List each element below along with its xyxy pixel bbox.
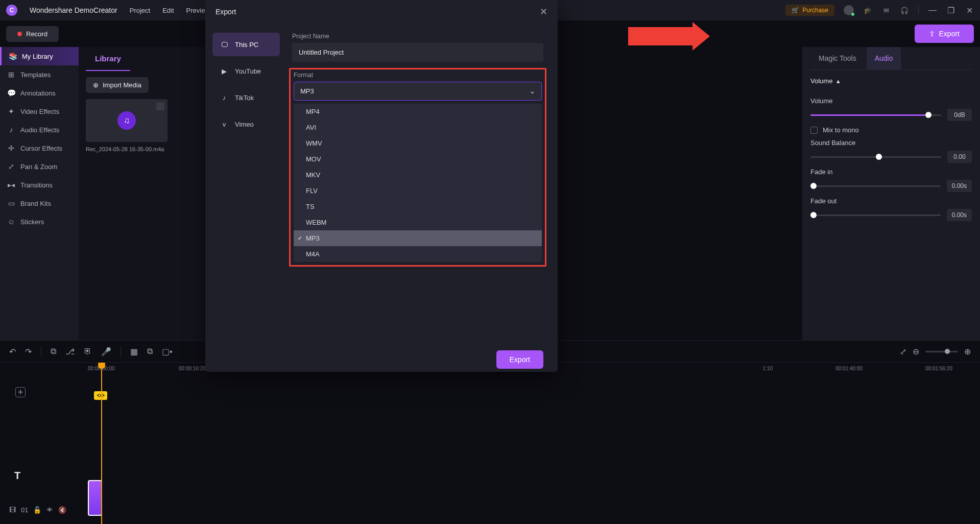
sidebar-item-video-effects[interactable]: ✦Video Effects (0, 102, 79, 121)
screen-record-icon[interactable]: ▢• (162, 347, 173, 356)
dest-label: This PC (235, 41, 258, 49)
zoom-out-icon[interactable]: ⊖ (913, 347, 919, 356)
volume-value[interactable]: 0dB (947, 109, 972, 121)
fit-icon[interactable]: ⤢ (900, 347, 906, 356)
ruler-tick: 00:00:16:20 (179, 366, 206, 371)
sidebar-item-label: Transitions (20, 181, 53, 189)
library-tab[interactable]: Library (86, 47, 130, 71)
sidebar-item-label: Annotations (20, 89, 56, 97)
eye-icon[interactable]: 👁 (46, 506, 53, 514)
sidebar-item-cursor-effects[interactable]: ✢Cursor Effects (0, 139, 79, 157)
mic-icon[interactable]: 🎤 (101, 347, 111, 356)
volume-slider[interactable] (810, 114, 941, 116)
sidebar-item-annotations[interactable]: 💬Annotations (0, 84, 79, 102)
mail-icon[interactable]: ✉ (881, 6, 891, 15)
app-name: Wondershare DemoCreator (30, 6, 117, 14)
avatar[interactable] (844, 5, 854, 15)
sidebar-item-audio-effects[interactable]: ♪Audio Effects (0, 121, 79, 139)
marker-label-icon[interactable]: ⟲⟳ (94, 391, 107, 400)
group-icon[interactable]: ⧉ (147, 347, 153, 356)
format-option-ts[interactable]: TS (294, 199, 542, 215)
format-option-mkv[interactable]: MKV (294, 167, 542, 183)
mute-icon[interactable]: 🔇 (58, 506, 66, 514)
crop-icon[interactable]: ⧉ (51, 347, 56, 356)
redo-icon[interactable]: ↷ (25, 347, 32, 356)
sidebar-item-pan-zoom[interactable]: ⤢Pan & Zoom (0, 157, 79, 176)
sound-balance-slider[interactable] (810, 156, 941, 158)
annotation-highlight: Format MP3 ⌄ MP4 AVI WMV MOV MKV FLV TS … (289, 68, 546, 267)
format-option-m4a[interactable]: M4A (294, 246, 542, 262)
youtube-icon: ▶ (220, 66, 229, 76)
dest-label: Vimeo (235, 121, 254, 128)
format-option-wmv[interactable]: WMV (294, 135, 542, 151)
dest-tiktok[interactable]: ♪TikTok (212, 86, 280, 109)
library-icon: 📚 (9, 52, 17, 60)
check-icon: ✓ (298, 235, 302, 242)
export-button-main[interactable]: ⇪ Export (915, 25, 974, 43)
format-option-mov[interactable]: MOV (294, 151, 542, 167)
zoom-in-icon[interactable]: ⊕ (964, 347, 971, 356)
timeline-body[interactable]: 00:00:00:00 00:00:16:20 1:10 00:01:40:00… (0, 363, 980, 524)
brand-kits-icon: ▭ (7, 199, 15, 207)
sidebar-item-brand-kits[interactable]: ▭Brand Kits (0, 194, 79, 212)
sidebar-item-templates[interactable]: ⊞Templates (0, 65, 79, 84)
clip-thumbnail: ♫ (86, 99, 168, 142)
format-dropdown-list: MP4 AVI WMV MOV MKV FLV TS WEBM ✓MP3 M4A (294, 104, 542, 262)
purchase-label: Purchase (802, 7, 828, 14)
maximize-button[interactable]: ❐ (946, 6, 955, 15)
fade-out-slider[interactable] (810, 215, 941, 216)
media-clip[interactable]: ♫ Rec_2024-05-28 16-35-00.m4a (86, 99, 168, 152)
track-number: 01 (21, 506, 28, 514)
sidebar-item-stickers[interactable]: ☺Stickers (0, 212, 79, 231)
format-select[interactable]: MP3 ⌄ (294, 82, 542, 101)
layout-icon[interactable]: ▦ (130, 347, 138, 356)
modal-export-button[interactable]: Export (496, 350, 543, 369)
sound-balance-value[interactable]: 0.00 (947, 151, 972, 163)
volume-section-header[interactable]: Volume ▴ (810, 70, 972, 92)
add-track-button[interactable]: + (15, 387, 26, 397)
menu-preview[interactable]: Previe (186, 7, 205, 14)
menu-project[interactable]: Project (130, 7, 150, 14)
lock-icon[interactable]: 🔓 (33, 506, 41, 514)
format-option-webm[interactable]: WEBM (294, 215, 542, 230)
format-option-avi[interactable]: AVI (294, 120, 542, 135)
undo-icon[interactable]: ↶ (9, 347, 16, 356)
fade-in-value[interactable]: 0.00s (947, 180, 972, 192)
timeline-clip[interactable] (88, 480, 102, 516)
zoom-slider[interactable] (925, 351, 958, 352)
sidebar-item-transitions[interactable]: ▸◂Transitions (0, 176, 79, 194)
minimize-button[interactable]: — (928, 6, 937, 15)
purchase-button[interactable]: 🛒 Purchase (785, 5, 834, 16)
track-controls: 🎞 01 🔓 👁 🔇 (9, 506, 66, 514)
split-icon[interactable]: ⎇ (65, 347, 75, 356)
dest-this-pc[interactable]: 🖵This PC (212, 33, 280, 56)
dest-youtube[interactable]: ▶YouTube (212, 59, 280, 83)
headset-icon[interactable]: 🎧 (900, 6, 909, 15)
import-media-button[interactable]: ⊕ Import Media (86, 77, 149, 93)
playhead-handle-icon[interactable] (98, 363, 105, 369)
graduation-icon[interactable]: 🎓 (863, 6, 872, 15)
project-name-input[interactable] (292, 43, 543, 62)
fade-in-slider[interactable] (810, 185, 941, 187)
tab-magic-tools[interactable]: Magic Tools (810, 47, 865, 69)
fade-out-value[interactable]: 0.00s (947, 209, 972, 221)
record-button[interactable]: Record (6, 26, 59, 42)
menu-edit[interactable]: Edit (162, 7, 174, 14)
close-window-button[interactable]: ✕ (965, 6, 974, 15)
main-menu: Project Edit Previe (130, 7, 205, 14)
sidebar-item-my-library[interactable]: 📚My Library (0, 47, 79, 65)
divider (121, 346, 121, 356)
dest-vimeo[interactable]: vVimeo (212, 112, 280, 136)
playhead[interactable] (101, 363, 102, 524)
audio-effects-icon: ♪ (7, 126, 15, 134)
mix-to-mono-row[interactable]: Mix to mono (810, 126, 972, 134)
format-option-mp4[interactable]: MP4 (294, 104, 542, 120)
templates-icon: ⊞ (7, 70, 15, 79)
tab-audio[interactable]: Audio (867, 47, 901, 70)
format-option-flv[interactable]: FLV (294, 183, 542, 199)
close-icon[interactable]: ✕ (540, 6, 547, 17)
checkbox-icon[interactable] (810, 127, 818, 134)
format-option-mp3[interactable]: ✓MP3 (294, 230, 542, 246)
text-track-button[interactable]: T (14, 470, 20, 482)
marker-icon[interactable]: ⛨ (84, 347, 92, 356)
